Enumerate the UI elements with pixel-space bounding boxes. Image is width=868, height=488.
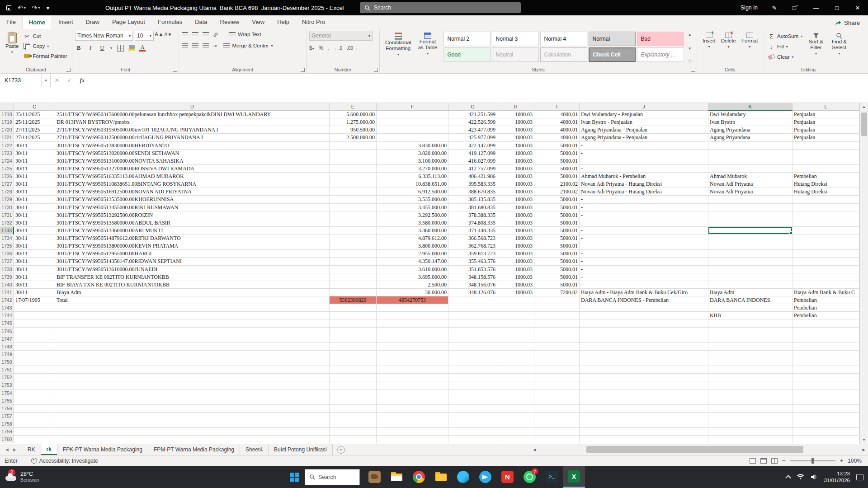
cancel-icon[interactable]: ✕ bbox=[51, 74, 63, 87]
cell-L1744[interactable]: Pembelian bbox=[793, 312, 859, 319]
clear-button[interactable]: Clear▾ bbox=[766, 52, 804, 61]
cell-L1721[interactable]: Penjualan bbox=[793, 134, 859, 141]
zoom-slider[interactable] bbox=[790, 460, 835, 461]
cell-D1743[interactable] bbox=[55, 304, 330, 312]
pencil-icon[interactable]: ✎ bbox=[764, 0, 785, 15]
cell-I1738[interactable]: 5000.01 bbox=[534, 266, 580, 273]
cell-J1736[interactable]: - bbox=[580, 250, 708, 258]
cell-K1735[interactable] bbox=[708, 242, 793, 250]
cell-H1725[interactable]: 1000.03 bbox=[497, 165, 534, 173]
cell-J1737[interactable]: - bbox=[580, 258, 708, 265]
cell-F1743[interactable] bbox=[377, 304, 448, 312]
cell-E1725[interactable] bbox=[330, 165, 377, 173]
cell-G1736[interactable]: 359.813.723 bbox=[448, 250, 497, 258]
cell-C1753[interactable] bbox=[14, 381, 55, 389]
cell-D1745[interactable] bbox=[55, 319, 330, 327]
cell-L1718[interactable]: Penjualan bbox=[793, 111, 859, 118]
copy-button[interactable]: Copy▾ bbox=[21, 42, 69, 51]
number-format-select[interactable]: General▾ bbox=[309, 31, 373, 41]
cell-L1730[interactable] bbox=[793, 204, 859, 211]
ribbon-tab-draw[interactable]: Draw bbox=[80, 16, 106, 29]
styles-gallery-scroll[interactable]: ▲▼☰ bbox=[687, 33, 693, 64]
cell-I1749[interactable] bbox=[534, 351, 580, 358]
cell-K1751[interactable] bbox=[708, 366, 793, 374]
cell-I1721[interactable]: 4000.01 bbox=[534, 134, 580, 141]
cell-L1729[interactable] bbox=[793, 196, 859, 203]
cell-J1732[interactable]: - bbox=[580, 219, 708, 227]
row-header-1718[interactable]: 1718 bbox=[0, 111, 14, 118]
cell-K1748[interactable] bbox=[708, 343, 793, 351]
cell-F1742[interactable]: 4954270753 bbox=[377, 296, 448, 304]
cell-I1745[interactable] bbox=[534, 319, 580, 327]
cell-G1726[interactable]: 406.421.986 bbox=[448, 173, 497, 180]
cell-C1754[interactable] bbox=[14, 389, 55, 397]
cell-G1747[interactable] bbox=[448, 335, 497, 343]
row-header-1727[interactable]: 1727 bbox=[0, 180, 14, 188]
row-header-1721[interactable]: 1721 bbox=[0, 134, 14, 141]
row-header-1735[interactable]: 1735 bbox=[0, 242, 14, 250]
cell-F1745[interactable] bbox=[377, 319, 448, 327]
cell-J1724[interactable]: - bbox=[580, 157, 708, 165]
cell-L1731[interactable] bbox=[793, 211, 859, 219]
cell-I1727[interactable]: 2100.02 bbox=[534, 180, 580, 188]
cell-C1756[interactable] bbox=[14, 405, 55, 413]
cell-I1731[interactable]: 5000.01 bbox=[534, 211, 580, 219]
find-select-button[interactable]: Find & Select▾ bbox=[828, 31, 851, 66]
cell-J1728[interactable]: Novan Adi Priyatna - Hutang Direksi bbox=[580, 188, 708, 196]
cell-I1752[interactable] bbox=[534, 374, 580, 381]
redo-icon[interactable]: ↷▾ bbox=[32, 4, 40, 11]
cell-J1753[interactable] bbox=[580, 381, 708, 389]
cell-L1719[interactable]: Penjualan bbox=[793, 118, 859, 126]
cell-K1730[interactable] bbox=[708, 204, 793, 211]
row-header-1725[interactable]: 1725 bbox=[0, 165, 14, 173]
cell-G1759[interactable] bbox=[448, 428, 497, 436]
cell-G1730[interactable]: 381.680.835 bbox=[448, 204, 497, 211]
cell-C1722[interactable]: 30/11 bbox=[14, 142, 55, 150]
cell-K1740[interactable] bbox=[708, 281, 793, 289]
fill-button[interactable]: ↓Fill▾ bbox=[766, 42, 804, 51]
cell-K1720[interactable]: Agung Priyandana bbox=[708, 126, 793, 134]
cell-D1730[interactable]: 3011/FTSCY/WS950513455000.00RIKI RUSMAWA… bbox=[55, 204, 330, 211]
currency-format-icon[interactable]: $▾ bbox=[309, 45, 314, 51]
cell-J1740[interactable]: - bbox=[580, 281, 708, 289]
cell-I1720[interactable]: 4000.01 bbox=[534, 126, 580, 134]
cell-F1740[interactable]: 2.500.00 bbox=[377, 281, 448, 289]
cell-E1759[interactable] bbox=[330, 428, 377, 436]
row-header-1749[interactable]: 1749 bbox=[0, 351, 14, 358]
column-header-G[interactable]: G bbox=[448, 103, 497, 111]
zoom-level[interactable]: 100% bbox=[848, 458, 862, 464]
cell-I1739[interactable]: 5000.01 bbox=[534, 273, 580, 281]
cell-K1726[interactable]: Ahmad Mubarok bbox=[708, 173, 793, 180]
cell-K1722[interactable] bbox=[708, 142, 793, 150]
cell-style-calculation[interactable]: Calculation bbox=[540, 47, 587, 62]
cell-E1741[interactable] bbox=[330, 289, 377, 296]
increase-font-icon[interactable]: A▲ bbox=[156, 31, 163, 38]
cell-L1728[interactable]: Hutang Direksi bbox=[793, 188, 859, 196]
row-header-1753[interactable]: 1753 bbox=[0, 381, 14, 389]
cell-F1720[interactable] bbox=[377, 126, 448, 134]
cell-L1759[interactable] bbox=[793, 428, 859, 436]
maximize-button[interactable]: □ bbox=[826, 0, 847, 15]
conditional-formatting-button[interactable]: Conditional Formatting▾ bbox=[382, 31, 414, 66]
cell-H1749[interactable] bbox=[497, 351, 534, 358]
cell-style-normal-2[interactable]: Normal 2 bbox=[443, 32, 491, 46]
cell-D1758[interactable] bbox=[55, 420, 330, 428]
cell-G1722[interactable]: 422.147.099 bbox=[448, 142, 497, 150]
cell-G1748[interactable] bbox=[448, 343, 497, 351]
cell-D1740[interactable]: BIF BIAYA TXN KE 002TITO KURNIANTOKBB bbox=[55, 281, 330, 289]
scroll-down-icon[interactable]: ▼ bbox=[862, 436, 866, 444]
cell-F1725[interactable]: 3.270.000.00 bbox=[377, 165, 448, 173]
cell-L1737[interactable] bbox=[793, 258, 859, 265]
cell-H1740[interactable]: 1000.03 bbox=[497, 281, 534, 289]
row-header-1747[interactable]: 1747 bbox=[0, 335, 14, 343]
cell-F1746[interactable] bbox=[377, 328, 448, 335]
styles-dialog-launcher[interactable] bbox=[691, 68, 695, 72]
cell-F1721[interactable] bbox=[377, 134, 448, 141]
cell-L1733[interactable] bbox=[793, 227, 859, 235]
cell-J1729[interactable]: - bbox=[580, 196, 708, 203]
sheet-tab-fpk-pt-warna-media-packaging[interactable]: FPK-PT Warna Media Packaging bbox=[57, 444, 148, 455]
underline-button[interactable]: U bbox=[99, 44, 106, 52]
format-as-table-button[interactable]: Format as Table▾ bbox=[414, 31, 442, 66]
cell-D1749[interactable] bbox=[55, 351, 330, 358]
cell-K1733[interactable] bbox=[708, 227, 793, 235]
